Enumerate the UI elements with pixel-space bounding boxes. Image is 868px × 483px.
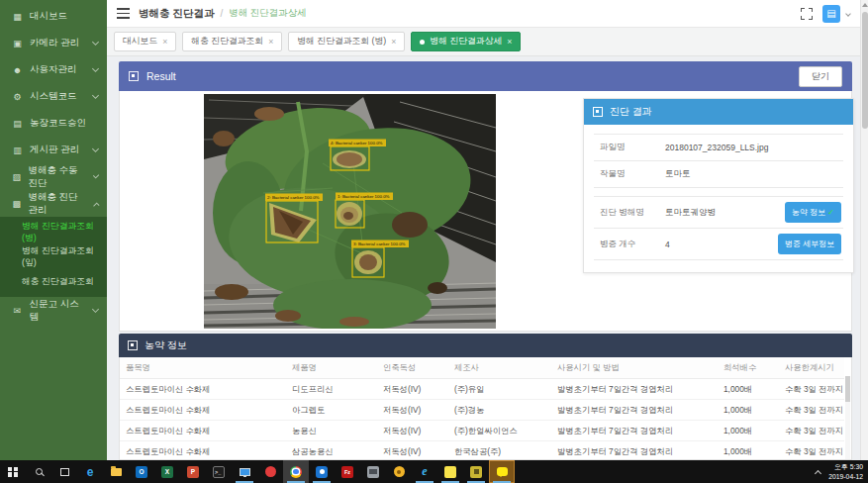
taskbar-terminal[interactable]: >_ <box>206 460 232 483</box>
taskbar-clock[interactable]: 오후 5:30 2019-04-12 <box>828 462 863 482</box>
result-panel-header: Result 닫기 <box>119 61 852 91</box>
chevron-down-icon <box>92 306 99 313</box>
table-row[interactable]: 스트렙토마이신 수화제아그렙토저독성(IV) (주)경농발병초기부터 7일간격 … <box>120 400 844 421</box>
taskbar-pc-app[interactable] <box>232 460 257 483</box>
crop-name-value: 토마토 <box>659 161 843 188</box>
tab-dashboard[interactable]: 대시보드 × <box>114 32 176 51</box>
start-button[interactable] <box>0 460 26 483</box>
avatar-icon: ▤ <box>826 8 835 19</box>
tab-close-icon[interactable]: × <box>391 37 396 47</box>
taskbar-file-explorer[interactable] <box>103 460 129 483</box>
taskbar-search[interactable] <box>26 460 51 483</box>
tab-close-icon[interactable]: × <box>268 37 273 47</box>
sidebar-item-manual-diagnosis[interactable]: ▨ 병해충 수동진단 <box>0 163 107 190</box>
diagnosis-photo: 4: Bacterial canker 100.0% 2: Bacterial … <box>204 94 496 329</box>
sidebar-item-camera[interactable]: ▣ 카메라 관리 <box>0 30 107 56</box>
chrome-icon <box>290 466 302 478</box>
taskbar-powerpoint[interactable]: P <box>180 460 206 483</box>
tab-close-icon[interactable]: × <box>507 37 512 47</box>
field-label: 진단 병해명 <box>594 197 659 229</box>
olive-app-icon <box>470 466 482 478</box>
taskbar-filezilla[interactable]: Fz <box>335 460 360 483</box>
taskbar-red-app[interactable] <box>257 460 283 483</box>
kakaotalk-icon <box>497 467 508 476</box>
submenu-item-label: 해충 진단결과조회 <box>22 276 94 288</box>
taskbar-kakaotalk[interactable] <box>489 460 515 483</box>
taskbar-sticky-notes[interactable] <box>437 460 463 483</box>
column-header: 인축독성 <box>377 357 448 379</box>
tab-close-icon[interactable]: × <box>162 37 167 47</box>
page-scrollbar-thumb[interactable] <box>862 12 868 129</box>
board-icon: ▥ <box>12 145 23 155</box>
taskbar: e O X P >_ Fz e 오후 5:30 2019-04-12 <box>0 460 868 483</box>
taskbar-remote-desktop[interactable] <box>360 460 386 483</box>
table-scrollbar-thumb[interactable] <box>845 376 850 402</box>
sidebar-item-dashboard[interactable]: ▦ 대시보드 <box>0 3 107 30</box>
taskbar-yellow-badge-app[interactable] <box>386 460 412 483</box>
taskbar-excel[interactable]: X <box>154 460 180 483</box>
gear-icon: ⚙ <box>12 92 23 102</box>
sidebar: ▦ 대시보드 ▣ 카메라 관리 ☻ 사용자관리 ⚙ 시스템코드 ▤ 농장코드승인… <box>0 0 107 460</box>
submenu-item-disease-result-leaf[interactable]: 병해 진단결과조회 (잎) <box>0 244 107 269</box>
table-scrollbar[interactable] <box>845 376 850 459</box>
avatar[interactable]: ▤ <box>822 5 840 23</box>
fullscreen-icon[interactable] <box>801 8 813 20</box>
badge-icon <box>394 466 405 477</box>
sidebar-submenu: 병해 진단결과조회 (병) 병해 진단결과조회 (잎) 해충 진단결과조회 <box>0 217 107 297</box>
breadcrumb: 병해충 진단결과 / 병해 진단결과상세 <box>139 7 307 21</box>
submenu-item-disease-result-byung[interactable]: 병해 진단결과조회 (병) <box>0 220 107 244</box>
table-row[interactable]: 스트렙토마이신 수화제디도프리신저독성(IV) (주)유일발병초기부터 7일간격… <box>120 379 844 400</box>
submenu-item-pest-result[interactable]: 해충 진단결과조회 <box>0 269 107 294</box>
chevron-down-icon <box>92 39 99 46</box>
active-dot-icon <box>420 40 425 45</box>
taskbar-outlook[interactable]: O <box>129 460 154 483</box>
tab-bar: 대시보드 × 해충 진단결과조회 × 병해 진단결과조회 (병) × 병해 진단… <box>107 28 860 56</box>
taskbar-edge[interactable]: e <box>77 460 103 483</box>
taskbar-chrome[interactable] <box>283 460 309 483</box>
users-icon: ☻ <box>12 65 23 75</box>
sidebar-item-users[interactable]: ☻ 사용자관리 <box>0 56 107 83</box>
sidebar-item-label: 병해충 수동진단 <box>28 164 86 190</box>
field-label: 병증 개수 <box>594 229 659 260</box>
taskbar-blue-app[interactable] <box>309 460 335 483</box>
chevron-up-icon <box>92 202 99 209</box>
red-circle-icon <box>265 466 276 477</box>
table-row[interactable]: 스트렙토마이신 수화제삼공농용신저독성(IV) 한국삼공(주)발병초기부터 7일… <box>120 441 844 461</box>
clock-date: 2019-04-12 <box>828 472 863 482</box>
taskbar-internet-explorer[interactable]: e <box>412 460 437 483</box>
breadcrumb-separator: / <box>220 8 223 19</box>
file-name-value: 20180107_232059_LLS.jpg <box>659 135 843 161</box>
pesticide-table: 품목명 제품명 인축독성 제조사 사용시기 및 방법 희석배수 사용한계시기 스… <box>120 357 844 460</box>
sidebar-item-board[interactable]: ▥ 게시판 관리 <box>0 137 107 163</box>
table-row: 병증 개수 4 병증 세부정보 <box>594 229 843 260</box>
sidebar-item-diagnosis-management[interactable]: ▩ 병해충 진단관리 <box>0 190 107 217</box>
pencil-icon: ▨ <box>12 172 21 182</box>
symptom-detail-button[interactable]: 병증 세부정보 <box>778 234 841 254</box>
page-scrollbar[interactable] <box>860 0 868 460</box>
task-view-button[interactable] <box>51 460 77 483</box>
pesticide-info-button[interactable]: 농약 정보 ✓ <box>785 202 841 223</box>
pesticide-panel-body: 품목명 제품명 인축독성 제조사 사용시기 및 방법 희석배수 사용한계시기 스… <box>119 357 852 460</box>
sidebar-item-system-code[interactable]: ⚙ 시스템코드 <box>0 83 107 110</box>
tab-disease-result[interactable]: 병해 진단결과조회 (병) × <box>288 32 405 51</box>
tab-pest-result[interactable]: 해충 진단결과조회 × <box>182 32 282 51</box>
column-header: 제조사 <box>448 357 551 379</box>
chevron-down-icon[interactable] <box>845 11 851 17</box>
pesticide-panel-header: 농약 정보 <box>119 334 852 357</box>
tab-label: 대시보드 <box>123 36 157 48</box>
taskbar-olive-app[interactable] <box>463 460 489 483</box>
close-button[interactable]: 닫기 <box>799 66 842 87</box>
table-row: 작물명 토마토 <box>594 161 843 188</box>
tab-disease-detail[interactable]: 병해 진단결과상세 × <box>411 32 521 51</box>
hamburger-menu-icon[interactable] <box>117 8 130 18</box>
panel-icon <box>129 71 139 81</box>
sidebar-item-shinmungo[interactable]: ✉ 신문고 시스템 <box>0 297 107 324</box>
filezilla-icon: Fz <box>341 466 353 478</box>
table-row[interactable]: 스트렙토마이신 수화제농용신저독성(IV) (주)한얼싸이언스발병초기부터 7일… <box>120 421 844 441</box>
check-icon: ✓ <box>827 208 834 217</box>
breadcrumb-page[interactable]: 병해 진단결과상세 <box>229 7 307 20</box>
scroll-up-icon[interactable] <box>862 3 868 7</box>
tab-label: 병해 진단결과상세 <box>430 36 502 48</box>
show-hidden-icons[interactable] <box>815 470 821 477</box>
sidebar-item-farm-code[interactable]: ▤ 농장코드승인 <box>0 110 107 137</box>
